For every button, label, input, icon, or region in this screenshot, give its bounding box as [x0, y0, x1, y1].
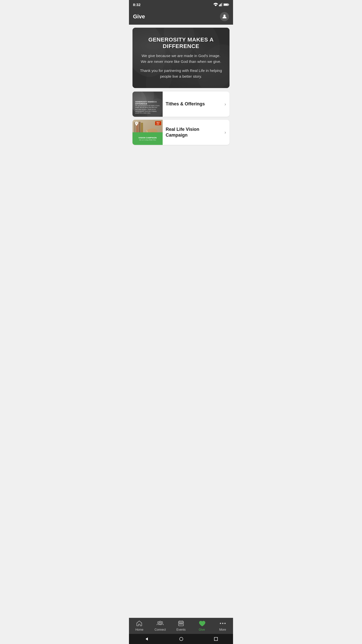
hero-text-content: GENEROSITY MAKES A DIFFERENCE We give be…: [132, 31, 230, 85]
status-bar: 8:32: [129, 0, 233, 9]
svg-rect-18: [139, 122, 141, 134]
hero-title: GENEROSITY MAKES A DIFFERENCE: [139, 36, 223, 50]
svg-rect-3: [222, 3, 222, 6]
main-content: GENEROSITY MAKES A DIFFERENCE We give be…: [129, 25, 233, 200]
hero-banner: GENEROSITY MAKES A DIFFERENCE We give be…: [132, 28, 230, 88]
tithes-thumbnail: GENEROSITY MAKES A DIFFERENCE We give be…: [132, 92, 163, 117]
profile-icon: [221, 14, 228, 20]
svg-rect-5: [229, 4, 229, 5]
svg-rect-19: [141, 123, 143, 134]
vision-campaign-sub: Join us in Living a Better Story: [139, 139, 156, 141]
svg-rect-0: [219, 5, 220, 6]
tithes-thumb-sub: We give because we are made in God's ima…: [135, 105, 160, 114]
profile-button[interactable]: [220, 12, 229, 21]
wifi-icon: [213, 3, 218, 6]
vision-campaign-box: VISION CAMPAIGN Join us in Living a Bett…: [132, 132, 163, 145]
signal-icon: [219, 3, 222, 6]
tithes-label: Tithes & Offerings: [163, 97, 224, 111]
app-header: Give: [129, 9, 233, 25]
status-icons: [213, 3, 229, 6]
vision-campaign-title: VISION CAMPAIGN: [139, 137, 157, 139]
vision-icon: [134, 121, 139, 127]
vision-label: Real Life Vision Campaign: [163, 123, 224, 142]
vision-logo-badge: REALLIFE: [155, 121, 161, 125]
tithes-thumb-title: GENEROSITY MAKES A DIFFERENCE: [135, 101, 160, 105]
vision-logo-text: REALLIFE: [156, 122, 160, 125]
vision-thumbnail: REALLIFE VISION CAMPAIGN Join us in Livi…: [132, 120, 163, 145]
hero-subtitle: We give because we are made in God's ima…: [139, 53, 223, 64]
svg-rect-2: [221, 4, 221, 6]
svg-rect-1: [220, 4, 221, 6]
tithes-card[interactable]: GENEROSITY MAKES A DIFFERENCE We give be…: [132, 92, 230, 117]
vision-chevron: ›: [224, 130, 230, 135]
tithes-thumb-text: GENEROSITY MAKES A DIFFERENCE We give be…: [134, 100, 161, 115]
battery-icon: [223, 3, 229, 6]
svg-point-7: [223, 15, 225, 17]
tithes-chevron: ›: [224, 102, 230, 107]
app-header-title: Give: [133, 13, 145, 20]
hero-tagline: Thank you for partnering with Real Life …: [139, 68, 223, 79]
svg-rect-6: [224, 4, 228, 5]
vision-card[interactable]: REALLIFE VISION CAMPAIGN Join us in Livi…: [132, 120, 230, 145]
status-time: 8:32: [133, 3, 141, 7]
